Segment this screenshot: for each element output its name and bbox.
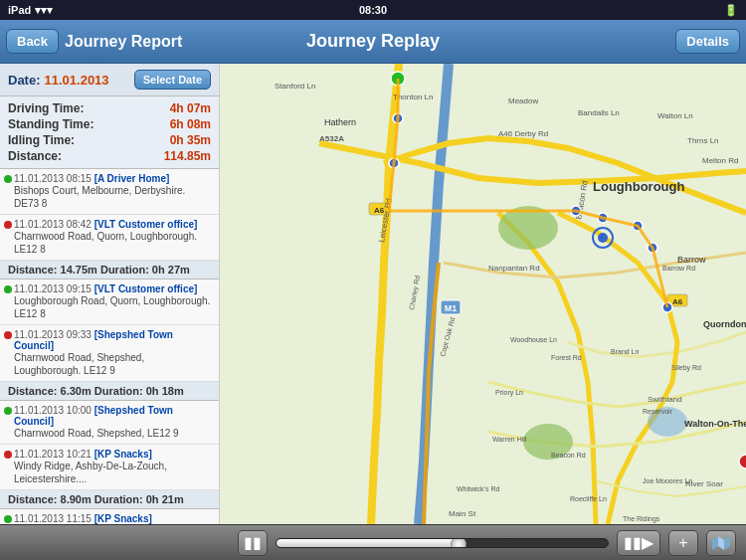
svg-text:Barrow Rd: Barrow Rd xyxy=(662,265,695,272)
svg-text:Quorndon: Quorndon xyxy=(703,319,746,329)
skip-end-button[interactable]: ▮▮▶ xyxy=(617,530,660,556)
map-svg: M1 A6 A6 A532A A46 Derby Rd Leicester Rd… xyxy=(220,64,746,524)
stop-dot xyxy=(4,451,12,459)
svg-marker-57 xyxy=(718,536,724,550)
segment-summary-2: Distance: 8.90m Duration: 0h 21m xyxy=(0,490,219,509)
svg-text:Sileby Rd: Sileby Rd xyxy=(671,364,701,372)
svg-text:A46   Derby Rd: A46 Derby Rd xyxy=(498,129,548,138)
stop-dot xyxy=(4,407,12,415)
details-button[interactable]: Details xyxy=(675,29,740,54)
back-button[interactable]: Back xyxy=(6,29,59,54)
stop-dot xyxy=(4,221,12,229)
carrier-label: iPad xyxy=(8,4,31,16)
svg-text:Stanford Ln: Stanford Ln xyxy=(275,82,315,91)
journey-stop-0-1: 11.01.2013 08:42 [VLT Customer office] C… xyxy=(0,215,219,261)
stop-timestamp: 11.01.2013 11:15 [KP Snacks] xyxy=(14,513,213,524)
svg-marker-58 xyxy=(724,536,730,550)
stop-timestamp: 11.01.2013 10:21 [KP Snacks] xyxy=(14,449,213,460)
svg-point-55 xyxy=(739,455,746,468)
nav-left: Back Journey Report xyxy=(0,29,219,54)
map-area: M1 A6 A6 A532A A46 Derby Rd Leicester Rd… xyxy=(220,64,746,524)
stop-dot xyxy=(4,175,12,183)
svg-text:M1: M1 xyxy=(445,303,458,313)
stat-value-2: 0h 35m xyxy=(170,133,211,147)
svg-text:Brand Ln: Brand Ln xyxy=(611,348,640,355)
journey-stop-1-0: 11.01.2013 09:15 [VLT Customer office] L… xyxy=(0,280,219,325)
left-panel[interactable]: Date: 11.01.2013 Select Date Driving Tim… xyxy=(0,64,220,524)
journey-list: 11.01.2013 08:15 [A Driver Home] Bishops… xyxy=(0,169,219,524)
date-label: Date: xyxy=(8,73,41,88)
left-panel-title: Journey Report xyxy=(65,33,182,51)
svg-text:Walton-On-The-...: Walton-On-The-... xyxy=(684,419,746,429)
progress-thumb[interactable] xyxy=(451,538,466,548)
svg-point-54 xyxy=(598,233,608,243)
stop-dot xyxy=(4,331,12,339)
svg-marker-56 xyxy=(712,536,718,550)
svg-text:Priory Ln: Priory Ln xyxy=(495,389,523,397)
map-type-button[interactable] xyxy=(706,530,736,556)
stop-timestamp: 11.01.2013 08:15 [A Driver Home] xyxy=(14,173,213,184)
svg-text:Melton Rd: Melton Rd xyxy=(702,156,738,165)
stop-timestamp: 11.01.2013 09:15 [VLT Customer office] xyxy=(14,283,213,294)
status-left: iPad ▾▾▾ xyxy=(8,4,53,17)
stat-label-1: Standing Time: xyxy=(8,117,93,131)
svg-text:Thrns Ln: Thrns Ln xyxy=(687,136,719,145)
status-right: 🔋 xyxy=(724,4,738,17)
status-time: 08:30 xyxy=(359,4,387,16)
journey-stop-3-0: 11.01.2013 11:15 [KP Snacks] Windy Ridge… xyxy=(0,509,219,524)
segment-summary-0: Distance: 14.75m Duration: 0h 27m xyxy=(0,261,219,280)
main-content: Date: 11.01.2013 Select Date Driving Tim… xyxy=(0,64,746,524)
wifi-icon: ▾▾▾ xyxy=(35,4,53,17)
stat-label-2: Idling Time: xyxy=(8,133,75,147)
stats-section: Driving Time:4h 07mStanding Time:6h 08mI… xyxy=(0,96,219,169)
svg-text:Forest Rd: Forest Rd xyxy=(551,354,582,361)
stat-row-1: Standing Time:6h 08m xyxy=(8,116,211,132)
progress-bar[interactable] xyxy=(276,538,609,548)
stop-address: Charnwood Road, Quorn, Loughborough. LE1… xyxy=(14,230,213,256)
stop-timestamp: 11.01.2013 08:42 [VLT Customer office] xyxy=(14,219,213,230)
journey-stop-2-1: 11.01.2013 10:21 [KP Snacks] Windy Ridge… xyxy=(0,445,219,490)
stat-value-1: 6h 08m xyxy=(170,117,211,131)
nav-right: Details xyxy=(527,29,746,54)
svg-text:Woodhouse Ln: Woodhouse Ln xyxy=(510,336,557,343)
select-date-button[interactable]: Select Date xyxy=(134,70,211,90)
segment-summary-1: Distance: 6.30m Duration: 0h 18m xyxy=(0,382,219,401)
journey-stop-0-0: 11.01.2013 08:15 [A Driver Home] Bishops… xyxy=(0,169,219,215)
svg-text:Main St: Main St xyxy=(449,509,476,518)
stop-timestamp: 11.01.2013 09:33 [Shepshed Town Council] xyxy=(14,329,213,351)
svg-text:Reservoir: Reservoir xyxy=(643,408,673,415)
svg-text:Meadow: Meadow xyxy=(508,96,538,105)
stat-row-0: Driving Time:4h 07m xyxy=(8,100,211,116)
stat-row-2: Idling Time:0h 35m xyxy=(8,132,211,148)
stop-timestamp: 11.01.2013 10:00 [Shepshed Town Council] xyxy=(14,405,213,427)
zoom-in-button[interactable]: + xyxy=(668,530,698,556)
status-bar: iPad ▾▾▾ 08:30 🔋 xyxy=(0,0,746,20)
stop-dot xyxy=(4,285,12,293)
stat-label-0: Driving Time: xyxy=(8,101,84,115)
stat-label-3: Distance: xyxy=(8,149,62,163)
svg-text:Walton Ln: Walton Ln xyxy=(657,111,693,120)
play-pause-button[interactable]: ▮▮ xyxy=(238,530,268,556)
date-value: 11.01.2013 xyxy=(45,73,109,88)
svg-text:Hathern: Hathern xyxy=(324,117,356,127)
svg-text:River Soar: River Soar xyxy=(685,479,723,488)
svg-text:The Ridings: The Ridings xyxy=(623,515,660,523)
date-section: Date: 11.01.2013 Select Date xyxy=(0,64,219,96)
stop-address: Charnwood Road, Shepshed, LE12 9 xyxy=(14,427,213,440)
stop-address: Windy Ridge, Ashby-De-La-Zouch, Leiceste… xyxy=(14,460,213,485)
stat-value-3: 114.85m xyxy=(164,149,211,163)
svg-point-1 xyxy=(498,206,558,250)
svg-text:Beacon Rd: Beacon Rd xyxy=(551,452,586,459)
svg-rect-0 xyxy=(220,64,746,524)
date-row: Date: 11.01.2013 xyxy=(8,73,109,88)
nav-title: Journey Replay xyxy=(219,31,527,52)
battery-icon: 🔋 xyxy=(724,4,738,17)
svg-text:Nanpantan Rd: Nanpantan Rd xyxy=(488,264,540,273)
stat-row-3: Distance:114.85m xyxy=(8,148,211,164)
stop-address: Bishops Court, Melbourne, Derbyshire. DE… xyxy=(14,184,213,210)
svg-text:A532A: A532A xyxy=(319,134,344,143)
svg-text:Swithland: Swithland xyxy=(648,395,682,404)
journey-stop-2-0: 11.01.2013 10:00 [Shepshed Town Council]… xyxy=(0,401,219,445)
svg-text:A6: A6 xyxy=(672,297,683,306)
svg-text:Warren Hill: Warren Hill xyxy=(492,436,527,443)
